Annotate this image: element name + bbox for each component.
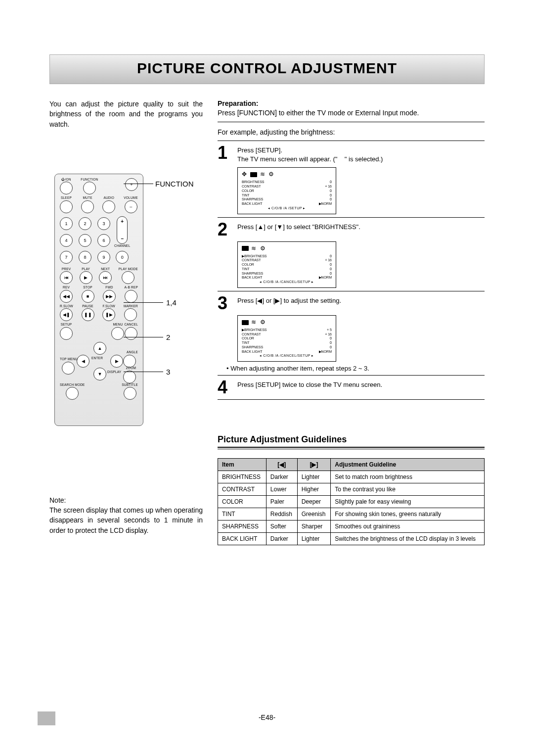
label-menu: MENU [113,323,123,327]
step-line: Press [◀] or [▶] to adjust the setting. [237,296,485,306]
btn-mute [81,200,94,213]
keypad: 1 2 3 4 5 6 7 8 9 [60,217,110,264]
btn-7: 7 [60,251,73,264]
divider [218,122,485,122]
label-enter: ENTER [91,357,103,360]
label-fslow: F.SLOW [103,305,115,308]
btn-rev: ◀◀ [60,290,73,303]
step-1: 1 Press [SETUP]. The TV menu screen will… [218,144,485,165]
page-number: -E48- [0,713,534,721]
btn-zoom [123,371,136,383]
example-text: For example, adjusting the brightness: [218,127,485,137]
osd-footer: ◂ C/O/B /A /CANCEL/SETUP ▸ [242,354,332,358]
step-line: Press [SETUP] twice to close the TV menu… [237,380,485,390]
channel-rocker: + – [117,216,128,244]
double-rule [218,447,485,449]
btn-angle [123,355,136,368]
btn-8: 8 [79,251,91,264]
osd-icons: ✥ ≋ ⚙ [242,171,332,178]
btn-menu [111,327,124,340]
label-cancel: CANCEL [124,323,138,327]
btn-1: 1 [60,217,73,230]
step-number: 2 [218,221,232,238]
tv-icon [242,320,249,325]
table-row: BACK LIGHTDarkerLighterSwitches the brig… [218,533,485,545]
label-channel: CHANNEL [114,244,130,248]
btn-setup [60,327,73,340]
step-number: 1 [218,144,232,162]
btn-cancel [125,327,137,340]
note-block: Note: The screen display that comes up w… [49,495,203,535]
btn-function [83,182,96,194]
label-subtitle: SUBTITLE [122,383,138,387]
label-setup: SETUP [61,323,72,327]
btn-searchmode [66,387,79,400]
table-row: BRIGHTNESSDarkerLighterSet to match room… [218,471,485,483]
label-rslow: R.SLOW [60,305,73,308]
label-topmenu: TOP MENU [60,358,78,361]
osd-icons: ≋ ⚙ [242,245,332,252]
divider [218,399,485,400]
btn-6: 6 [97,234,110,247]
divider [218,375,485,376]
remote-body: ⏻/ON FUNCTION + SLEEP MUTE AUDIO VOLUME– [54,174,143,426]
label-fwd: FWD [105,286,113,289]
btn-9: 9 [97,251,110,264]
annot-3: 3 [166,368,170,376]
label-abrep: A-B REP [125,286,138,289]
annot-line-14 [124,302,163,303]
btn-down: ▼ [93,368,106,380]
btn-pause: ❚❚ [82,308,94,321]
annot-line-function [124,184,153,184]
btn-5: 5 [79,234,91,247]
step-3: 3 Press [◀] or [▶] to adjust the setting… [218,294,485,312]
preparation-label: Preparation: [218,99,258,107]
th-right: [▶] [297,459,331,471]
btn-next: ⏭ [99,271,112,284]
divider [218,217,485,218]
th-left: [◀] [266,459,297,471]
step-number: 3 [218,294,232,312]
label-sleep: SLEEP [61,196,72,200]
annot-function: FUNCTION [155,180,194,188]
step-number: 4 [218,378,232,396]
btn-2: 2 [79,217,91,230]
btn-fslow: ❚▶ [102,308,115,321]
table-row: SHARPNESSSofterSharperSmoothes out grain… [218,520,485,533]
btn-sleep [60,200,73,213]
th-guideline: Adjustment Guideline [331,459,485,471]
label-pause: PAUSE [82,305,93,308]
label-marker: MARKER [124,305,138,308]
label-audio: AUDIO [103,196,114,200]
label-volume: VOLUME [124,196,138,200]
label-angle: ANGLE [127,351,138,354]
btn-rslow: ◀❚ [60,308,73,321]
btn-play: ▶ [80,271,92,284]
btn-power [60,182,73,194]
btn-0: 0 [116,251,129,264]
btn-4: 4 [60,234,73,247]
btn-stop: ■ [82,290,94,303]
step-line: The TV menu screen will appear. (" " is … [237,155,485,164]
label-zoom: ZOOM [126,367,136,370]
btn-abrep [125,290,137,303]
osd-screen-2: ≋ ⚙ ▶BRIGHTNESS0 CONTRAST+ 16 COLOR0 TIN… [237,241,336,288]
label-rev: REV [63,286,70,289]
btn-prev: ⏮ [60,271,73,284]
step-4: 4 Press [SETUP] twice to close the TV me… [218,378,485,396]
intro-text: You can adjust the picture quality to su… [49,99,203,129]
table-row: TINTReddishGreenishFor showing skin tone… [218,508,485,520]
btn-right: ▶ [110,355,123,368]
tv-icon [242,246,249,251]
note-label: Note: [49,495,203,505]
label-display: DISPLAY [107,371,121,374]
label-stop: STOP [83,286,92,289]
osd-footer: ◂ C/O/B /A /SETUP ▸ [242,206,332,211]
btn-topmenu [62,362,75,375]
note-text: The screen display that comes up when op… [49,505,203,535]
btn-left: ◀ [77,355,89,368]
label-function: FUNCTION [81,178,98,182]
label-mute: MUTE [83,196,92,200]
label-prev: PREV [62,268,71,271]
divider [218,291,485,291]
